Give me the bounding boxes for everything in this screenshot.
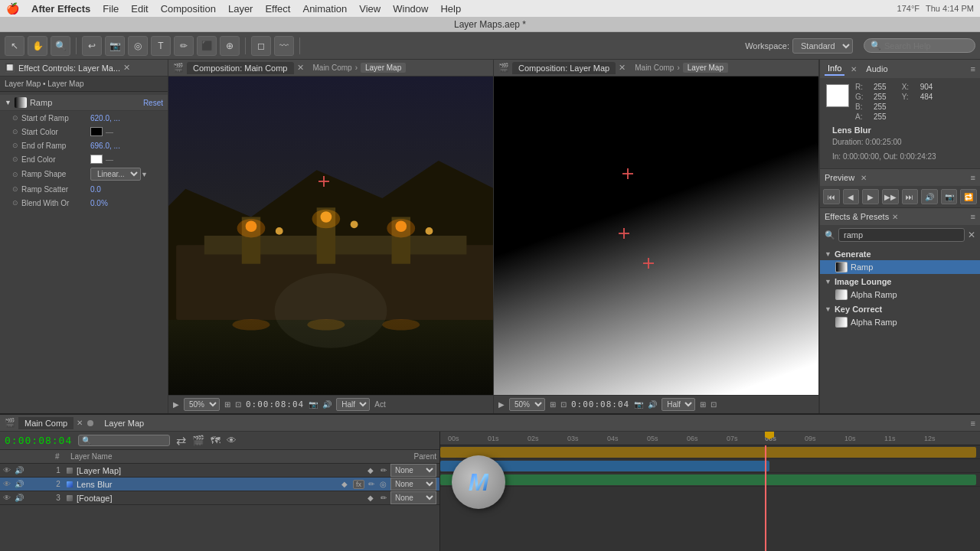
- info-tab-close[interactable]: ✕: [851, 65, 857, 73]
- layer-3-edit[interactable]: ✏: [381, 494, 387, 502]
- layer-mode-btn[interactable]: ⇄: [176, 433, 186, 448]
- start-of-ramp-value[interactable]: 620.0, ...: [90, 114, 120, 122]
- menu-file[interactable]: File: [103, 3, 119, 15]
- layer-1-audio[interactable]: 🔊: [15, 466, 24, 474]
- preview-audio[interactable]: 🔊: [921, 189, 938, 204]
- layer-2-audio[interactable]: 🔊: [15, 480, 24, 488]
- tool-rotate[interactable]: ↩: [82, 36, 102, 56]
- tool-hand[interactable]: ✋: [28, 36, 47, 56]
- workspace-selector[interactable]: Standard: [792, 38, 853, 54]
- menu-view[interactable]: View: [359, 3, 381, 15]
- layer-solo[interactable]: 👁: [227, 435, 237, 446]
- ramp-expand-triangle[interactable]: ▼: [5, 99, 11, 106]
- right-audio-icon[interactable]: 🔊: [648, 400, 657, 409]
- right-cam-icon[interactable]: 📷: [634, 400, 643, 409]
- left-cam-icon[interactable]: 📷: [309, 400, 318, 409]
- end-color-swatch[interactable]: [90, 155, 103, 164]
- menu-composition[interactable]: Composition: [161, 3, 216, 15]
- timeline-panel-menu[interactable]: ≡: [971, 419, 975, 428]
- alpha-ramp-2-item[interactable]: Alpha Ramp: [820, 315, 980, 329]
- layer-2-name[interactable]: Lens Blur: [77, 480, 336, 489]
- right-crosshair-1[interactable]: [622, 168, 633, 179]
- right-crosshair-2[interactable]: [619, 228, 629, 239]
- tree-generate-header[interactable]: ▼ Generate: [820, 248, 980, 260]
- left-comp-close[interactable]: ✕: [297, 63, 304, 73]
- tree-key-correct-header[interactable]: ▼ Key Correct: [820, 303, 980, 315]
- layer-2-parent-select[interactable]: None: [390, 478, 436, 491]
- layer-2-edit[interactable]: ✏: [368, 480, 374, 488]
- left-fit-icon[interactable]: ⊞: [224, 400, 230, 409]
- tool-puppet[interactable]: ⊕: [220, 36, 240, 56]
- blend-with-or-value[interactable]: 0.0%: [90, 199, 108, 207]
- alpha-ramp-1-item[interactable]: Alpha Ramp: [820, 288, 980, 302]
- layer-1-name[interactable]: [Layer Map]: [77, 466, 362, 475]
- layer-3-keyframe[interactable]: ◆: [368, 494, 374, 502]
- effects-presets-menu[interactable]: ≡: [971, 212, 975, 221]
- tool-unified-cam[interactable]: ◎: [128, 36, 148, 56]
- left-zoom-select[interactable]: 50%: [184, 398, 220, 411]
- effects-presets-close[interactable]: ✕: [892, 213, 898, 221]
- left-crumb-main[interactable]: Main Comp: [313, 64, 352, 72]
- preview-go-end[interactable]: ⏭: [902, 189, 919, 204]
- effect-controls-close[interactable]: ✕: [123, 63, 130, 73]
- preview-snapshot[interactable]: 📷: [941, 189, 958, 204]
- right-quality-select[interactable]: Half: [662, 398, 695, 411]
- main-comp-tab[interactable]: Main Comp: [18, 417, 74, 429]
- tool-zoom[interactable]: 🔍: [51, 36, 70, 56]
- menu-layer[interactable]: Layer: [228, 3, 253, 15]
- tool-select[interactable]: ↖: [5, 36, 24, 56]
- playhead[interactable]: [765, 445, 766, 551]
- tool-shape[interactable]: ⬛: [197, 36, 217, 56]
- tool-text[interactable]: T: [151, 36, 171, 56]
- tool-cam[interactable]: 📷: [105, 36, 125, 56]
- tool-motion[interactable]: 〰: [274, 36, 294, 56]
- layer-1-edit[interactable]: ✏: [381, 466, 387, 474]
- menu-animation[interactable]: Animation: [302, 3, 347, 15]
- preview-panel-menu[interactable]: ≡: [971, 173, 975, 182]
- layer-1-vis[interactable]: 👁: [3, 466, 12, 475]
- main-comp-close[interactable]: ✕: [77, 419, 83, 427]
- layer-3-name[interactable]: [Footage]: [77, 494, 362, 503]
- layer-new-comp[interactable]: 🎬: [192, 435, 204, 446]
- preview-step-forward[interactable]: ▶▶: [882, 189, 899, 204]
- start-color-swatch[interactable]: [90, 127, 103, 136]
- layer-2-extra-icon[interactable]: ◎: [380, 480, 387, 488]
- effects-search-clear[interactable]: ✕: [968, 230, 975, 240]
- tool-pen[interactable]: ✏: [174, 36, 194, 56]
- right-crosshair-3[interactable]: [643, 258, 654, 269]
- ramp-shape-select[interactable]: Linear...: [90, 168, 141, 181]
- preview-loop[interactable]: 🔁: [960, 189, 977, 204]
- layer-2-vis[interactable]: 👁: [3, 480, 12, 489]
- ramp-effect-item[interactable]: Ramp: [820, 260, 980, 274]
- right-extra-icon[interactable]: ⊞: [700, 400, 706, 409]
- right-comp-close[interactable]: ✕: [619, 63, 626, 73]
- layer-3-parent-select[interactable]: None: [390, 491, 436, 504]
- right-fit-icon[interactable]: ⊞: [550, 400, 556, 409]
- left-quality-select[interactable]: Half: [336, 398, 370, 411]
- preview-play[interactable]: ▶: [862, 189, 879, 204]
- layer-1-keyframe[interactable]: ◆: [368, 466, 374, 474]
- right-crumb-main[interactable]: Main Comp: [635, 64, 674, 72]
- ramp-scatter-value[interactable]: 0.0: [90, 185, 101, 194]
- left-crosshair-1[interactable]: [318, 176, 329, 187]
- layer-1-parent-select[interactable]: None: [390, 464, 436, 477]
- right-crumb-layer[interactable]: Layer Map: [683, 63, 728, 73]
- preview-header-close[interactable]: ✕: [861, 174, 867, 182]
- layer-search-input[interactable]: [78, 435, 170, 446]
- right-snap-icon[interactable]: ⊡: [560, 400, 567, 409]
- layer-guides[interactable]: 🗺: [211, 435, 220, 446]
- ramp-reset-button[interactable]: Reset: [143, 99, 163, 107]
- audio-tab[interactable]: Audio: [863, 63, 890, 75]
- menu-after-effects[interactable]: After Effects: [31, 3, 90, 15]
- layer-map-tab[interactable]: Layer Map: [98, 417, 150, 429]
- left-audio-icon[interactable]: 🔊: [322, 400, 332, 409]
- menu-edit[interactable]: Edit: [131, 3, 148, 15]
- info-panel-menu[interactable]: ≡: [971, 64, 975, 73]
- layer-3-vis[interactable]: 👁: [3, 494, 12, 503]
- left-crumb-layer[interactable]: Layer Map: [361, 63, 406, 73]
- end-of-ramp-value[interactable]: 696.0, ...: [90, 142, 120, 150]
- right-extra-icon2[interactable]: ⊡: [710, 400, 717, 409]
- tool-snap[interactable]: ◻: [251, 36, 271, 56]
- tree-image-lounge-header[interactable]: ▼ Image Lounge: [820, 276, 980, 288]
- menu-effect[interactable]: Effect: [265, 3, 290, 15]
